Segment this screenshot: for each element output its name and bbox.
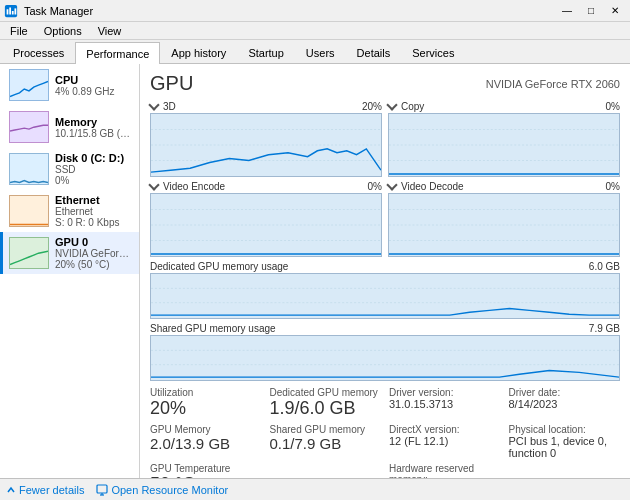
stat-utilization: Utilization 20% xyxy=(150,387,262,420)
graph-encode-label-row: Video Encode 0% xyxy=(150,181,382,192)
maximize-button[interactable]: □ xyxy=(580,3,602,19)
graph-row-1: 3D 20% xyxy=(150,101,620,177)
sidebar-item-cpu[interactable]: CPU 4% 0.89 GHz xyxy=(0,64,139,106)
dedicated-memory-row: Dedicated GPU memory usage 6.0 GB xyxy=(150,261,620,319)
tab-details[interactable]: Details xyxy=(346,41,402,63)
stat-dedicated-gpu: Dedicated GPU memory 1.9/6.0 GB xyxy=(270,387,382,420)
graph-row-2: Video Encode 0% Vid xyxy=(150,181,620,257)
sidebar-item-memory[interactable]: Memory 10.1/15.8 GB (64%) xyxy=(0,106,139,148)
disk-info: Disk 0 (C: D:) SSD 0% xyxy=(55,152,133,186)
stat-gpu-temp-value: 50 °C xyxy=(150,474,262,478)
graph-decode-label: Video Decode xyxy=(388,181,464,192)
ethernet-sub1: Ethernet xyxy=(55,206,133,217)
stat-physical-label: Physical location: xyxy=(509,424,621,435)
close-button[interactable]: ✕ xyxy=(604,3,626,19)
tab-processes[interactable]: Processes xyxy=(2,41,75,63)
title-bar-left: Task Manager xyxy=(4,4,93,18)
gpu-title: GPU xyxy=(150,72,193,95)
graph-3d-label: 3D xyxy=(150,101,176,112)
dedicated-label: Dedicated GPU memory usage xyxy=(150,261,288,272)
graph-copy-label: Copy xyxy=(388,101,424,112)
stat-shared-gpu-label: Shared GPU memory xyxy=(270,424,382,435)
shared-label: Shared GPU memory usage xyxy=(150,323,276,334)
shared-label-row: Shared GPU memory usage 7.9 GB xyxy=(150,323,620,334)
graph-copy-pct: 0% xyxy=(606,101,620,112)
gpu0-sub1: NVIDIA GeForce R... xyxy=(55,248,133,259)
tab-services[interactable]: Services xyxy=(401,41,465,63)
chevron-copy-icon xyxy=(386,99,397,110)
minimize-button[interactable]: — xyxy=(556,3,578,19)
tab-users[interactable]: Users xyxy=(295,41,346,63)
stat-utilization-value: 20% xyxy=(150,398,262,420)
disk-sub2: 0% xyxy=(55,175,133,186)
tab-performance[interactable]: Performance xyxy=(75,42,160,64)
graph-copy-label-row: Copy 0% xyxy=(388,101,620,112)
dedicated-max: 6.0 GB xyxy=(589,261,620,272)
graph-video-decode: Video Decode 0% xyxy=(388,181,620,257)
stat-driver-version-label: Driver version: xyxy=(389,387,501,398)
chevron-decode-icon xyxy=(386,179,397,190)
stat-driver-version: Driver version: 31.0.15.3713 xyxy=(389,387,501,420)
sidebar-item-ethernet[interactable]: Ethernet Ethernet S: 0 R: 0 Kbps xyxy=(0,190,139,232)
stat-driver-date: Driver date: 8/14/2023 xyxy=(509,387,621,420)
graph-3d: 3D 20% xyxy=(150,101,382,177)
shared-memory-section: Shared GPU memory usage 7.9 GB xyxy=(150,323,620,381)
menu-options[interactable]: Options xyxy=(38,24,88,38)
gpu0-info: GPU 0 NVIDIA GeForce R... 20% (50 °C) xyxy=(55,236,133,270)
monitor-icon xyxy=(96,484,108,496)
stat-driver-version-value: 31.0.15.3713 xyxy=(389,398,501,410)
disk-sub1: SSD xyxy=(55,164,133,175)
graph-decode-canvas xyxy=(388,193,620,257)
menu-file[interactable]: File xyxy=(4,24,34,38)
shared-memory-canvas xyxy=(150,335,620,381)
sidebar-item-disk[interactable]: Disk 0 (C: D:) SSD 0% xyxy=(0,148,139,190)
ethernet-mini-graph xyxy=(9,195,49,227)
chevron-3d-icon xyxy=(148,99,159,110)
app-icon xyxy=(4,4,18,18)
fewer-details-link[interactable]: Fewer details xyxy=(6,484,84,496)
stat-driver-date-label: Driver date: xyxy=(509,387,621,398)
stat-gpu-temp: GPU Temperature 50 °C xyxy=(150,463,262,478)
svg-rect-1 xyxy=(7,9,9,14)
ethernet-title: Ethernet xyxy=(55,194,133,206)
stat-dedicated-label: Dedicated GPU memory xyxy=(270,387,382,398)
dedicated-memory-canvas xyxy=(150,273,620,319)
stat-driver-date-value: 8/14/2023 xyxy=(509,398,621,410)
stats-grid: Utilization 20% Dedicated GPU memory 1.9… xyxy=(150,387,620,478)
svg-rect-21 xyxy=(97,485,107,493)
dedicated-memory-section: Dedicated GPU memory usage 6.0 GB xyxy=(150,261,620,319)
open-resource-monitor-link[interactable]: Open Resource Monitor xyxy=(96,484,228,496)
graph-copy: Copy 0% xyxy=(388,101,620,177)
tab-bar: Processes Performance App history Startu… xyxy=(0,40,630,64)
stat-physical-location: Physical location: PCI bus 1, device 0, … xyxy=(509,424,621,459)
stat-directx-label: DirectX version: xyxy=(389,424,501,435)
stat-hw-reserved: Hardware reserved memory: 186 MB xyxy=(389,463,501,478)
stat-gpu-temp-label: GPU Temperature xyxy=(150,463,262,474)
bottom-bar: Fewer details Open Resource Monitor xyxy=(0,478,630,500)
menu-view[interactable]: View xyxy=(92,24,128,38)
stat-dedicated-value: 1.9/6.0 GB xyxy=(270,398,382,420)
svg-rect-2 xyxy=(9,7,11,14)
shared-max: 7.9 GB xyxy=(589,323,620,334)
stat-gpu-memory-label: GPU Memory xyxy=(150,424,262,435)
cpu-title: CPU xyxy=(55,74,133,86)
memory-info: Memory 10.1/15.8 GB (64%) xyxy=(55,116,133,139)
sidebar: CPU 4% 0.89 GHz Memory 10.1/15.8 GB (64%… xyxy=(0,64,140,478)
graph-3d-pct: 20% xyxy=(362,101,382,112)
memory-sub: 10.1/15.8 GB (64%) xyxy=(55,128,133,139)
title-bar: Task Manager — □ ✕ xyxy=(0,0,630,22)
cpu-sub: 4% 0.89 GHz xyxy=(55,86,133,97)
chevron-up-icon xyxy=(6,485,16,495)
graph-encode-pct: 0% xyxy=(368,181,382,192)
tab-startup[interactable]: Startup xyxy=(237,41,294,63)
memory-mini-graph xyxy=(9,111,49,143)
stat-empty-1 xyxy=(270,463,382,478)
sidebar-item-gpu0[interactable]: GPU 0 NVIDIA GeForce R... 20% (50 °C) xyxy=(0,232,139,274)
graph-encode-canvas xyxy=(150,193,382,257)
graph-decode-label-row: Video Decode 0% xyxy=(388,181,620,192)
main-layout: CPU 4% 0.89 GHz Memory 10.1/15.8 GB (64%… xyxy=(0,64,630,478)
tab-app-history[interactable]: App history xyxy=(160,41,237,63)
menu-bar: File Options View xyxy=(0,22,630,40)
stat-hw-reserved-label: Hardware reserved memory: xyxy=(389,463,501,478)
stat-gpu-memory: GPU Memory 2.0/13.9 GB xyxy=(150,424,262,459)
